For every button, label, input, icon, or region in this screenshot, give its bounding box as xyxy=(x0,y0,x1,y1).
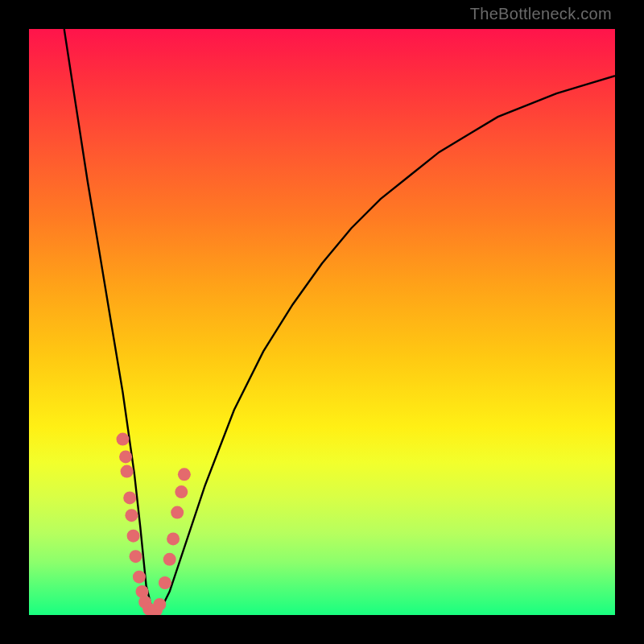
chart-frame: TheBottleneck.com xyxy=(0,0,644,644)
data-point xyxy=(142,603,155,615)
data-point xyxy=(138,596,151,609)
watermark-text: TheBottleneck.com xyxy=(470,5,612,23)
data-point xyxy=(159,576,171,589)
data-point xyxy=(175,485,188,498)
plot-area xyxy=(29,29,615,615)
data-point xyxy=(178,468,191,481)
data-point xyxy=(125,509,138,522)
data-point xyxy=(167,532,180,545)
data-point xyxy=(127,530,140,543)
data-point xyxy=(150,604,163,615)
data-point xyxy=(123,491,136,504)
data-point xyxy=(130,550,142,563)
data-point xyxy=(136,585,149,598)
curve-layer xyxy=(29,29,615,615)
data-point xyxy=(171,506,184,519)
data-point xyxy=(147,605,159,615)
data-point xyxy=(153,598,166,611)
data-point xyxy=(163,553,176,566)
data-point xyxy=(121,465,134,478)
data-point-markers xyxy=(117,433,191,615)
bottleneck-curve xyxy=(64,29,615,615)
data-point xyxy=(133,571,146,584)
data-point xyxy=(119,450,132,463)
data-point xyxy=(117,433,130,446)
